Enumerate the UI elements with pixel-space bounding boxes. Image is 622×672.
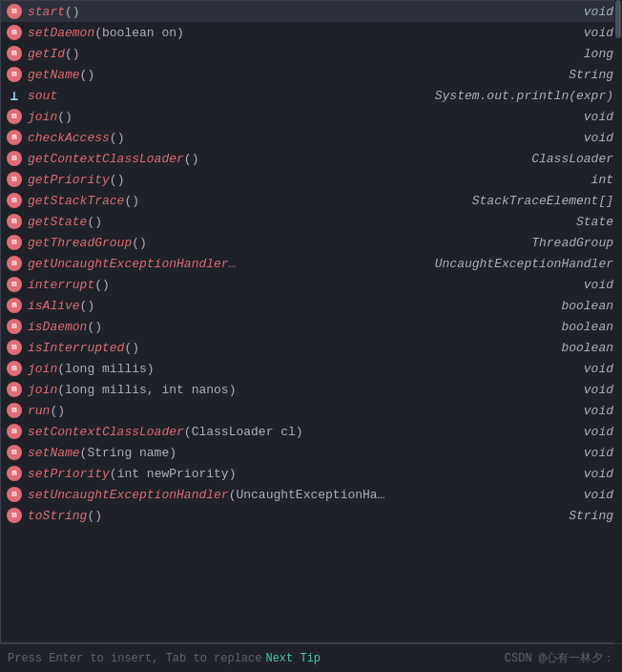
- method-icon: m: [7, 508, 22, 523]
- item-return-type: void: [584, 110, 613, 124]
- method-icon: m: [7, 298, 22, 313]
- list-item[interactable]: ⊥soutSystem.out.println(expr): [1, 85, 621, 106]
- item-left: mcheckAccess(): [7, 130, 576, 145]
- item-left: msetName(String name): [7, 445, 576, 460]
- list-item[interactable]: msetDaemon(boolean on)void: [1, 22, 621, 43]
- method-icon: m: [7, 46, 22, 61]
- item-return-type: String: [569, 509, 613, 523]
- next-tip-button[interactable]: Next Tip: [265, 652, 321, 665]
- item-name: run(): [28, 404, 65, 418]
- list-item[interactable]: msetContextClassLoader(ClassLoader cl)vo…: [1, 421, 621, 442]
- method-icon: m: [7, 193, 22, 208]
- list-item[interactable]: msetPriority(int newPriority)void: [1, 463, 621, 484]
- item-name: getContextClassLoader(): [28, 152, 198, 166]
- list-item[interactable]: misAlive()boolean: [1, 295, 621, 316]
- list-item[interactable]: mjoin(long millis, int nanos)void: [1, 379, 621, 400]
- item-return-type: void: [584, 467, 613, 481]
- item-return-type: int: [591, 173, 613, 187]
- list-item[interactable]: mgetThreadGroup()ThreadGroup: [1, 232, 621, 253]
- item-left: mjoin(long millis, int nanos): [7, 382, 576, 397]
- item-name: setDaemon(boolean on): [28, 26, 184, 40]
- item-name: checkAccess(): [28, 131, 124, 145]
- item-name: getState(): [28, 215, 102, 229]
- item-name: getThreadGroup(): [28, 236, 147, 250]
- item-name: start(): [28, 5, 80, 19]
- item-return-type: void: [584, 488, 613, 502]
- method-icon: m: [7, 466, 22, 481]
- list-item[interactable]: minterrupt()void: [1, 274, 621, 295]
- item-return-type: boolean: [561, 320, 613, 334]
- item-left: mstart(): [7, 4, 576, 19]
- method-icon: m: [7, 361, 22, 376]
- list-item[interactable]: msetName(String name)void: [1, 442, 621, 463]
- item-name: sout: [28, 89, 57, 103]
- item-left: mgetContextClassLoader(): [7, 151, 524, 166]
- item-return-type: void: [584, 5, 613, 19]
- list-item[interactable]: mtoString()String: [1, 505, 621, 526]
- status-hint-area: Press Enter to insert, Tab to replace Ne…: [8, 652, 321, 665]
- method-icon: m: [7, 319, 22, 334]
- completion-list[interactable]: mstart()voidmsetDaemon(boolean on)voidmg…: [0, 0, 622, 643]
- item-return-type: void: [584, 362, 613, 376]
- item-left: msetDaemon(boolean on): [7, 25, 576, 40]
- item-name: isDaemon(): [28, 320, 102, 334]
- list-item[interactable]: mstart()void: [1, 1, 621, 22]
- template-icon: ⊥: [7, 88, 22, 103]
- press-enter-hint: Press Enter to insert, Tab to replace: [8, 652, 261, 665]
- list-item[interactable]: mrun()void: [1, 400, 621, 421]
- item-return-type: boolean: [561, 341, 613, 355]
- completion-popup: mstart()voidmsetDaemon(boolean on)voidmg…: [0, 0, 622, 672]
- list-item[interactable]: mjoin()void: [1, 106, 621, 127]
- list-item[interactable]: mgetPriority()int: [1, 169, 621, 190]
- scrollbar-track[interactable]: [614, 0, 622, 643]
- method-icon: m: [7, 340, 22, 355]
- item-left: mgetStackTrace(): [7, 193, 465, 208]
- item-left: mtoString(): [7, 508, 561, 523]
- method-icon: m: [7, 130, 22, 145]
- item-return-type: void: [584, 404, 613, 418]
- item-left: msetPriority(int newPriority): [7, 466, 576, 481]
- list-item[interactable]: mgetUncaughtExceptionHandler…UncaughtExc…: [1, 253, 621, 274]
- item-name: getId(): [28, 47, 80, 61]
- method-icon: m: [7, 256, 22, 271]
- method-icon: m: [7, 67, 22, 82]
- item-name: getPriority(): [28, 173, 124, 187]
- item-left: msetUncaughtExceptionHandler(UncaughtExc…: [7, 487, 576, 502]
- item-return-type: boolean: [561, 299, 613, 313]
- item-name: getName(): [28, 68, 94, 82]
- item-name: setPriority(int newPriority): [28, 467, 236, 481]
- item-left: misInterrupted(): [7, 340, 553, 355]
- item-left: misDaemon(): [7, 319, 553, 334]
- list-item[interactable]: mgetId()long: [1, 43, 621, 64]
- scrollbar-thumb[interactable]: [615, 0, 621, 38]
- list-item[interactable]: mgetName()String: [1, 64, 621, 85]
- method-icon: m: [7, 235, 22, 250]
- list-item[interactable]: mjoin(long millis)void: [1, 358, 621, 379]
- item-left: misAlive(): [7, 298, 553, 313]
- method-icon: m: [7, 151, 22, 166]
- item-name: toString(): [28, 509, 102, 523]
- item-return-type: void: [584, 131, 613, 145]
- item-left: mjoin(long millis): [7, 361, 576, 376]
- method-icon: m: [7, 487, 22, 502]
- item-left: ⊥sout: [7, 88, 427, 103]
- list-item[interactable]: mgetStackTrace()StackTraceElement[]: [1, 190, 621, 211]
- list-item[interactable]: mgetContextClassLoader()ClassLoader: [1, 148, 621, 169]
- list-item[interactable]: mcheckAccess()void: [1, 127, 621, 148]
- method-icon: m: [7, 172, 22, 187]
- method-icon: m: [7, 445, 22, 460]
- item-left: mgetPriority(): [7, 172, 584, 187]
- method-icon: m: [7, 4, 22, 19]
- item-name: isInterrupted(): [28, 341, 139, 355]
- item-return-type: System.out.println(expr): [435, 89, 613, 103]
- item-left: mgetUncaughtExceptionHandler…: [7, 256, 427, 271]
- list-item[interactable]: msetUncaughtExceptionHandler(UncaughtExc…: [1, 484, 621, 505]
- list-item[interactable]: misDaemon()boolean: [1, 316, 621, 337]
- method-icon: m: [7, 424, 22, 439]
- method-icon: m: [7, 382, 22, 397]
- item-left: mgetState(): [7, 214, 569, 229]
- list-item[interactable]: misInterrupted()boolean: [1, 337, 621, 358]
- list-item[interactable]: mgetState()State: [1, 211, 621, 232]
- item-name: setUncaughtExceptionHandler(UncaughtExce…: [28, 488, 384, 502]
- method-icon: m: [7, 25, 22, 40]
